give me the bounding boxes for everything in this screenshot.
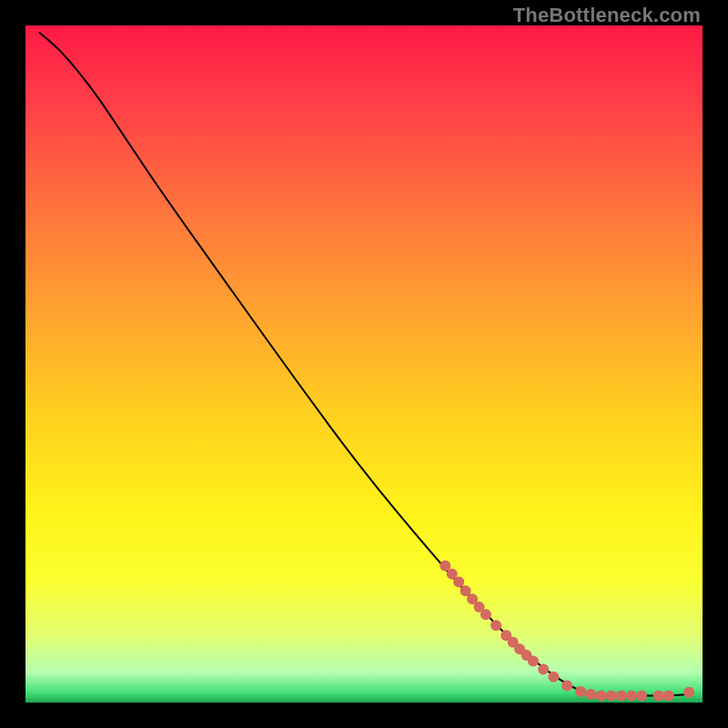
data-marker [528,656,539,667]
data-marker [653,691,664,702]
watermark-text: TheBottleneck.com [513,4,701,27]
data-marker [595,691,606,702]
data-marker [616,691,627,702]
data-marker [663,691,674,702]
data-marker [575,686,586,697]
data-marker [561,680,572,691]
data-marker [490,620,501,631]
chart-canvas [25,25,703,703]
data-marker [548,672,559,682]
data-marker [538,664,549,675]
data-marker [453,577,464,588]
data-marker [480,609,491,620]
data-marker [606,691,617,702]
data-marker [636,691,647,702]
data-marker [683,687,694,698]
data-marker [626,691,637,702]
chart-background [25,25,703,703]
data-marker [585,689,596,700]
